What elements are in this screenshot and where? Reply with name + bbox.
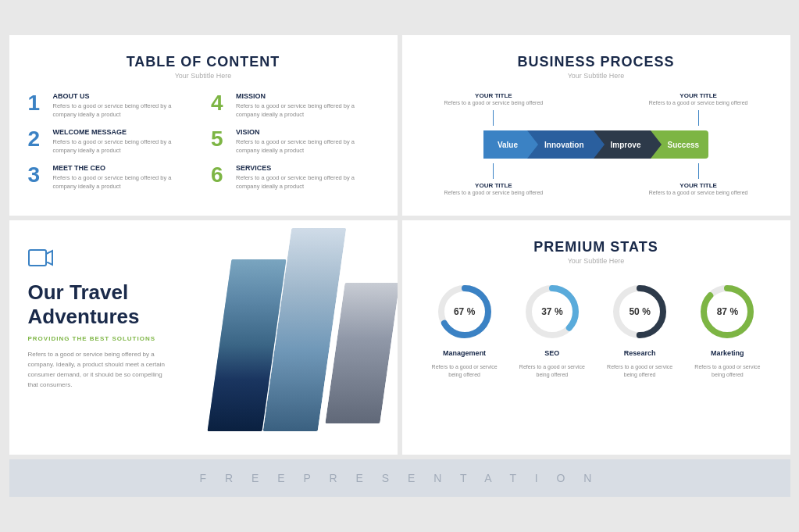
bp-arrow-row: Value Innovation Improve Success: [421, 130, 772, 159]
donut-marketing: 87 %: [696, 280, 758, 343]
stat-desc-seo: Refers to a good or service being offere…: [517, 363, 587, 379]
slide-stats: PREMIUM STATS Your Subtitle Here 67 % Ma…: [402, 220, 790, 455]
footer-text: F R E E P R E S E N T A T I O N: [200, 472, 600, 484]
stat-marketing: 87 % Marketing Refers to a good or servi…: [692, 280, 762, 379]
travel-tagline: PROVIDING THE BEST SOLUTIONS: [28, 335, 184, 342]
bp-top-label-1: YOUR TITLE Refers to a good or service b…: [444, 92, 544, 126]
bp-title: BUSINESS PROCESS: [421, 54, 772, 70]
stat-percent-management: 67 %: [454, 306, 475, 317]
travel-images: [219, 228, 390, 447]
connector-line-bottom-2: [698, 163, 699, 179]
stat-percent-marketing: 87 %: [717, 306, 738, 317]
travel-desc: Refers to a good or service being offere…: [28, 350, 169, 390]
toc-item-desc-3: Refers to a good or service being offere…: [53, 174, 196, 191]
list-item: 2 WELCOME MESSAGE Refers to a good or se…: [28, 128, 196, 155]
slide-bp: BUSINESS PROCESS Your Subtitle Here YOUR…: [402, 35, 790, 216]
donut-research: 50 %: [608, 280, 671, 343]
slide-travel: Our Travel Adventures PROVIDING THE BEST…: [9, 220, 398, 455]
toc-item-desc-4: Refers to a good or service being offere…: [236, 102, 379, 119]
travel-image-3: [325, 283, 398, 423]
toc-item-title-6: SERVICES: [236, 164, 379, 172]
donut-management: 67 %: [433, 280, 496, 343]
donut-seo: 37 %: [521, 280, 583, 343]
travel-title: Our Travel Adventures: [28, 280, 184, 329]
stat-label-seo: SEO: [544, 349, 559, 357]
toc-number-4: 4: [211, 92, 228, 114]
stat-desc-research: Refers to a good or service being offere…: [605, 363, 675, 379]
bp-bottom-labels: YOUR TITLE Refers to a good or service b…: [421, 163, 772, 197]
list-item: 1 ABOUT US Refers to a good or service b…: [28, 92, 196, 119]
bp-bottom-label-2: YOUR TITLE Refers to a good or service b…: [649, 163, 748, 197]
main-container: TABLE OF CONTENT Your Subtitle Here 1 AB…: [9, 35, 790, 497]
toc-grid: 1 ABOUT US Refers to a good or service b…: [28, 92, 379, 191]
toc-number-6: 6: [211, 164, 228, 186]
stat-percent-seo: 37 %: [541, 306, 562, 317]
toc-item-desc-5: Refers to a good or service being offere…: [236, 138, 379, 155]
toc-title: TABLE OF CONTENT: [28, 54, 379, 70]
toc-item-desc-6: Refers to a good or service being offere…: [236, 174, 379, 191]
stats-title: PREMIUM STATS: [421, 239, 772, 255]
bp-bottom-label-1: YOUR TITLE Refers to a good or service b…: [444, 163, 544, 197]
toc-number-3: 3: [28, 164, 45, 186]
bp-arrows: Value Innovation Improve Success: [483, 130, 708, 159]
toc-item-title-2: WELCOME MESSAGE: [53, 128, 196, 136]
bp-top-label-2: YOUR TITLE Refers to a good or service b…: [649, 92, 748, 126]
stat-seo: 37 % SEO Refers to a good or service bei…: [517, 280, 587, 379]
stat-label-marketing: Marketing: [711, 349, 744, 357]
bp-subtitle: Your Subtitle Here: [421, 72, 772, 80]
connector-line-top-1: [493, 110, 494, 126]
stat-desc-marketing: Refers to a good or service being offere…: [692, 363, 762, 379]
stats-row: 67 % Management Refers to a good or serv…: [421, 280, 772, 379]
footer-bar: F R E E P R E S E N T A T I O N: [9, 459, 790, 497]
stat-research: 50 % Research Refers to a good or servic…: [605, 280, 675, 379]
list-item: 4 MISSION Refers to a good or service be…: [211, 92, 379, 119]
connector-line-top-2: [698, 110, 699, 126]
stat-desc-management: Refers to a good or service being offere…: [430, 363, 500, 379]
toc-number-2: 2: [28, 128, 45, 150]
stat-management: 67 % Management Refers to a good or serv…: [430, 280, 500, 379]
toc-item-desc-2: Refers to a good or service being offere…: [53, 138, 196, 155]
list-item: 5 VISION Refers to a good or service bei…: [211, 128, 379, 155]
toc-item-title-3: MEET THE CEO: [53, 164, 196, 172]
bp-top-labels: YOUR TITLE Refers to a good or service b…: [421, 92, 772, 126]
toc-number-1: 1: [28, 92, 45, 114]
toc-number-5: 5: [211, 128, 228, 150]
stats-subtitle: Your Subtitle Here: [421, 257, 772, 265]
list-item: 6 SERVICES Refers to a good or service b…: [211, 164, 379, 191]
connector-line-bottom-1: [493, 163, 494, 179]
toc-item-desc-1: Refers to a good or service being offere…: [53, 102, 196, 119]
stat-percent-research: 50 %: [629, 306, 650, 317]
list-item: 3 MEET THE CEO Refers to a good or servi…: [28, 164, 196, 191]
toc-item-title-1: ABOUT US: [53, 92, 196, 100]
stat-label-research: Research: [624, 349, 656, 357]
slide-toc: TABLE OF CONTENT Your Subtitle Here 1 AB…: [9, 35, 398, 216]
toc-subtitle: Your Subtitle Here: [28, 72, 379, 80]
toc-item-title-4: MISSION: [236, 92, 379, 100]
svg-marker-1: [46, 251, 52, 265]
arrow-value: Value: [483, 130, 527, 159]
svg-rect-0: [29, 250, 46, 266]
toc-item-title-5: VISION: [236, 128, 379, 136]
slides-grid: TABLE OF CONTENT Your Subtitle Here 1 AB…: [9, 35, 790, 455]
video-icon: [28, 247, 184, 274]
stat-label-management: Management: [443, 349, 486, 357]
